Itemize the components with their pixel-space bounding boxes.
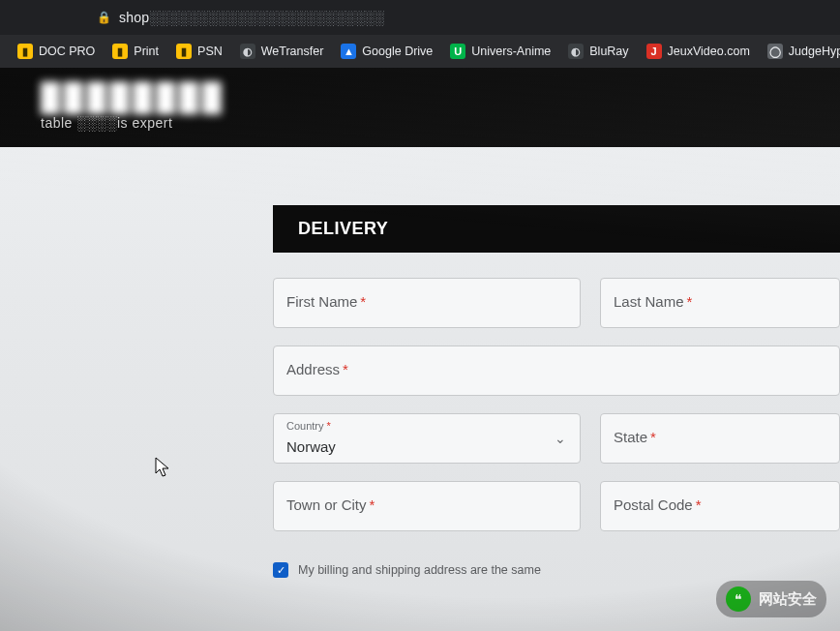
country-value: Norway [286, 438, 336, 455]
url-text: shop░░░░░░░░░░░░░░░░░░░░░░░░ [119, 10, 384, 25]
same-billing-label: My billing and shipping address are the … [298, 563, 541, 577]
bookmark-print[interactable]: ▮Print [106, 40, 165, 63]
globe-icon: ◐ [240, 44, 255, 59]
country-field-wrap: ⌄ Country* Norway [273, 413, 581, 464]
bookmarks-bar: ▮DOC PRO ▮Print ▮PSN ◐WeTransfer ▲Google… [0, 35, 840, 68]
site-icon: U [450, 44, 465, 59]
drive-icon: ▲ [341, 44, 356, 59]
site-icon: J [646, 44, 662, 59]
same-billing-row: ✓ My billing and shipping address are th… [273, 562, 840, 578]
lock-icon: 🔒 [97, 11, 111, 24]
logo-tagline: table ░░░░is expert [41, 115, 225, 131]
page: ████████ table ░░░░is expert DELIVERY Fi… [0, 68, 840, 631]
first-name-input[interactable] [273, 278, 581, 328]
section-title-delivery: DELIVERY [273, 205, 840, 253]
bookmark-google-drive[interactable]: ▲Google Drive [335, 40, 438, 63]
town-field-wrap: Town or City* [273, 481, 581, 531]
bookmark-doc-pro[interactable]: ▮DOC PRO [12, 40, 101, 63]
address-field-wrap: Address* [273, 346, 840, 396]
last-name-field-wrap: Last Name* [600, 278, 840, 328]
bookmark-wetransfer[interactable]: ◐WeTransfer [234, 40, 330, 63]
same-billing-checkbox[interactable]: ✓ [273, 562, 288, 578]
bookmark-jeuxvideo[interactable]: JJeuxVideo.com [641, 40, 756, 63]
state-field-wrap: State* [600, 413, 840, 464]
site-header: ████████ table ░░░░is expert [0, 68, 840, 147]
logo-main: ████████ [41, 84, 225, 111]
watermark-text: 网站安全 [759, 590, 817, 609]
postal-input[interactable] [600, 481, 840, 531]
bookmark-judgehype[interactable]: ◯JudgeHype [762, 40, 840, 63]
first-name-field-wrap: First Name* [273, 278, 581, 328]
postal-field-wrap: Postal Code* [600, 481, 840, 531]
bookmark-univers-anime[interactable]: UUnivers-Anime [444, 40, 556, 63]
address-input[interactable] [273, 346, 840, 396]
browser-url-bar[interactable]: 🔒 shop░░░░░░░░░░░░░░░░░░░░░░░░ [0, 0, 840, 35]
last-name-input[interactable] [600, 278, 840, 328]
folder-icon: ▮ [112, 44, 128, 59]
town-input[interactable] [273, 481, 581, 531]
chevron-down-icon: ⌄ [555, 431, 566, 446]
folder-icon: ▮ [17, 44, 33, 59]
site-icon: ◯ [767, 44, 783, 59]
site-logo[interactable]: ████████ table ░░░░is expert [41, 84, 225, 131]
wechat-icon: ❝ [726, 586, 751, 612]
folder-icon: ▮ [176, 44, 192, 59]
state-input[interactable] [600, 413, 840, 464]
delivery-form: First Name* Last Name* Address* ⌄ [273, 253, 840, 578]
watermark: ❝ 网站安全 [716, 581, 826, 617]
bookmark-psn[interactable]: ▮PSN [170, 40, 228, 63]
globe-icon: ◐ [568, 44, 584, 59]
bookmark-bluray[interactable]: ◐BluRay [562, 40, 634, 63]
